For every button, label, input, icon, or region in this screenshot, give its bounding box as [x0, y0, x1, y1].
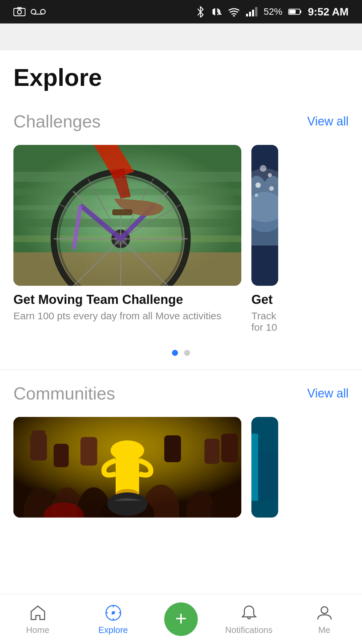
dot-1 [172, 350, 178, 356]
home-label: Home [26, 625, 49, 635]
water-image [251, 145, 278, 286]
challenges-title: Challenges [13, 111, 101, 131]
top-spacer [0, 23, 362, 50]
svg-rect-10 [249, 12, 251, 16]
svg-rect-39 [112, 209, 132, 215]
status-right-icons: 52% 9:52 AM [196, 6, 349, 18]
challenge-cards-container: Get Moving Team Challenge Earn 100 pts e… [0, 145, 362, 340]
challenge-card-1-subtitle: Earn 100 pts every day from all Move act… [13, 310, 241, 322]
community-card-2-partial[interactable] [251, 417, 278, 518]
svg-point-69 [107, 492, 147, 516]
person-icon [315, 603, 334, 622]
challenge-card-2-title: Get [251, 292, 278, 307]
page-title: Explore [0, 64, 362, 91]
svg-point-47 [255, 194, 258, 197]
challenges-section: Challenges View all [0, 111, 362, 369]
svg-point-3 [31, 9, 36, 14]
trophy-image [13, 417, 241, 518]
bottom-nav: Home Explore + Notifications [0, 594, 362, 644]
communities-header: Communities View all [0, 383, 362, 404]
challenges-view-all[interactable]: View all [307, 114, 349, 128]
challenge-card-2-info: Get Trackfor 10 [251, 286, 278, 340]
plus-icon: + [175, 608, 187, 629]
dot-2 [184, 350, 190, 356]
compass-icon [104, 603, 123, 622]
carousel-dots [0, 340, 362, 369]
home-icon [28, 603, 47, 622]
svg-point-57 [111, 440, 144, 461]
svg-rect-62 [32, 430, 45, 437]
me-label: Me [318, 625, 330, 635]
challenge-card-2-subtitle: Trackfor 10 [251, 310, 278, 333]
battery-icon [288, 8, 302, 15]
photo-icon [13, 7, 25, 16]
challenge-card-1[interactable]: Get Moving Team Challenge Earn 100 pts e… [13, 145, 241, 328]
challenge-card-1-info: Get Moving Team Challenge Earn 100 pts e… [13, 286, 241, 328]
bell-icon [240, 603, 258, 622]
svg-rect-22 [13, 252, 241, 286]
page-content: Explore Challenges View all [0, 50, 362, 518]
svg-point-46 [269, 186, 274, 191]
svg-point-44 [268, 173, 272, 177]
add-button[interactable]: + [164, 602, 198, 636]
svg-rect-15 [289, 10, 296, 14]
signal-icon [246, 7, 257, 16]
bluetooth-icon [196, 6, 204, 17]
svg-point-8 [233, 15, 235, 16]
svg-rect-9 [246, 14, 248, 16]
svg-rect-61 [30, 434, 47, 461]
svg-rect-11 [252, 10, 254, 16]
svg-rect-73 [251, 434, 258, 501]
svg-rect-0 [14, 8, 25, 16]
svg-rect-14 [300, 10, 301, 13]
communities-title: Communities [13, 383, 115, 404]
nav-add[interactable]: + [151, 602, 211, 636]
community-cards-container [0, 417, 362, 518]
wifi-icon [228, 7, 240, 16]
svg-point-4 [41, 9, 45, 14]
voicemail-icon [31, 8, 46, 16]
svg-rect-65 [164, 435, 181, 462]
status-bar: 52% 9:52 AM [0, 0, 362, 23]
svg-rect-66 [204, 439, 220, 464]
status-time: 9:52 AM [308, 6, 349, 18]
battery-percent: 52% [263, 6, 282, 17]
explore-label: Explore [98, 625, 128, 635]
notifications-label: Notifications [225, 625, 273, 635]
svg-point-1 [17, 10, 21, 14]
challenge-card-1-title: Get Moving Team Challenge [13, 292, 241, 307]
challenges-header: Challenges View all [0, 111, 362, 131]
community-card-1[interactable] [13, 417, 241, 518]
nav-notifications[interactable]: Notifications [211, 603, 287, 635]
challenge-card-1-image [13, 145, 241, 286]
status-left-icons [13, 7, 46, 16]
nav-home[interactable]: Home [0, 603, 75, 635]
svg-point-43 [255, 182, 261, 188]
mute-icon [210, 6, 222, 17]
community-card-1-image [13, 417, 241, 518]
svg-rect-74 [258, 450, 278, 501]
communities-section: Communities View all [0, 370, 362, 518]
svg-point-77 [321, 607, 328, 613]
nav-me[interactable]: Me [287, 603, 362, 635]
svg-rect-12 [255, 7, 257, 16]
communities-view-all[interactable]: View all [307, 386, 349, 400]
nav-explore[interactable]: Explore [75, 603, 151, 635]
svg-rect-67 [221, 434, 238, 462]
challenge-card-2-partial[interactable]: Get Trackfor 10 [251, 145, 278, 340]
svg-rect-64 [80, 437, 97, 466]
bike-image [13, 145, 241, 286]
svg-point-45 [260, 165, 266, 172]
svg-rect-63 [54, 444, 69, 467]
main-content: Explore Challenges View all [0, 23, 362, 594]
community-card-2-image [251, 417, 278, 518]
challenge-card-2-image [251, 145, 278, 286]
